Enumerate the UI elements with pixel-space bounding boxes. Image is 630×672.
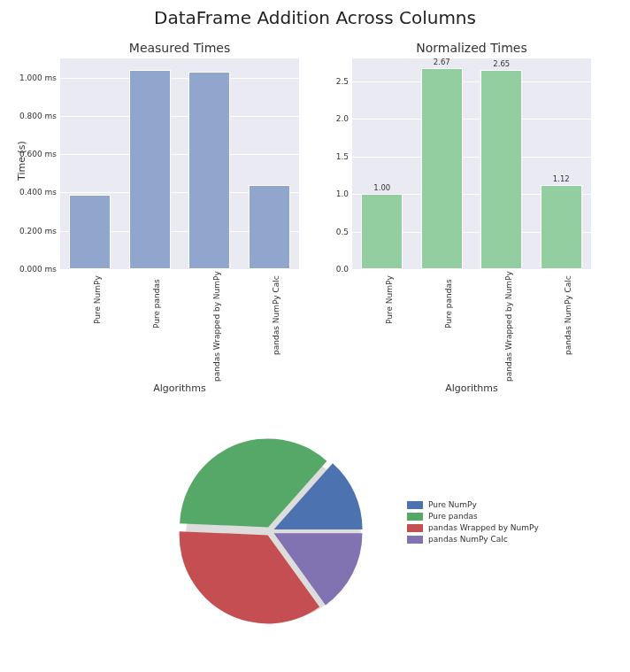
right-xtick: pandas Wrapped by NumPy xyxy=(504,271,513,382)
right-bar-label: 2.65 xyxy=(493,59,510,68)
right-bar-label: 2.67 xyxy=(434,58,450,66)
legend-row: Pure NumPy xyxy=(407,500,539,509)
right-bar xyxy=(480,70,522,269)
left-bar xyxy=(249,185,290,269)
left-plot-area xyxy=(60,58,299,269)
left-xtick: pandas Wrapped by NumPy xyxy=(212,271,221,382)
right-ytick: 1.0 xyxy=(326,189,349,198)
pie-legend: Pure NumPyPure pandaspandas Wrapped by N… xyxy=(407,500,539,546)
legend-swatch xyxy=(407,536,423,544)
left-bar xyxy=(69,195,111,269)
legend-label: Pure pandas xyxy=(428,512,478,521)
left-ytick: 0.000 ms xyxy=(7,265,57,274)
right-ytick: 0.5 xyxy=(326,228,349,236)
left-xtick: Pure NumPy xyxy=(93,275,102,324)
left-ytick: 0.800 ms xyxy=(7,112,57,120)
right-ytick: 2.5 xyxy=(326,77,349,86)
right-bar-label: 1.00 xyxy=(373,183,390,192)
right-bar xyxy=(541,185,582,269)
left-plot-title: Measured Times xyxy=(60,41,299,55)
right-ytick: 0.0 xyxy=(326,265,349,274)
left-xtick: pandas NumPy Calc xyxy=(272,275,280,355)
legend-label: pandas Wrapped by NumPy xyxy=(428,523,539,532)
right-plot-title: Normalized Times xyxy=(352,41,591,55)
legend-row: pandas Wrapped by NumPy xyxy=(407,523,539,532)
legend-swatch xyxy=(407,513,423,521)
legend-label: Pure NumPy xyxy=(428,500,477,509)
left-ylabel: Time (s) xyxy=(16,135,27,188)
right-xtick: Pure pandas xyxy=(444,279,453,328)
right-ytick: 1.5 xyxy=(326,152,349,161)
figure-suptitle: DataFrame Addition Across Columns xyxy=(0,7,630,28)
left-ytick: 0.200 ms xyxy=(7,227,57,236)
left-bar xyxy=(188,72,230,269)
left-ytick: 1.000 ms xyxy=(7,73,57,82)
legend-swatch xyxy=(407,524,423,532)
right-xtick: Pure NumPy xyxy=(385,275,394,324)
left-xtick: Pure pandas xyxy=(152,279,161,328)
left-ytick: 0.600 ms xyxy=(7,150,57,158)
legend-swatch xyxy=(407,501,423,509)
left-xlabel: Algorithms xyxy=(60,382,299,394)
pie-chart xyxy=(164,425,376,637)
legend-label: pandas NumPy Calc xyxy=(428,535,508,544)
right-bar xyxy=(361,194,403,269)
left-ytick: 0.400 ms xyxy=(7,188,57,197)
right-bar xyxy=(421,68,463,269)
right-xlabel: Algorithms xyxy=(352,382,591,394)
right-ytick: 2.0 xyxy=(326,114,349,123)
right-xtick: pandas NumPy Calc xyxy=(564,275,572,355)
right-plot-area xyxy=(352,58,591,269)
legend-row: pandas NumPy Calc xyxy=(407,535,539,544)
left-bar xyxy=(129,70,171,269)
right-bar-label: 1.12 xyxy=(553,174,570,183)
legend-row: Pure pandas xyxy=(407,512,539,521)
